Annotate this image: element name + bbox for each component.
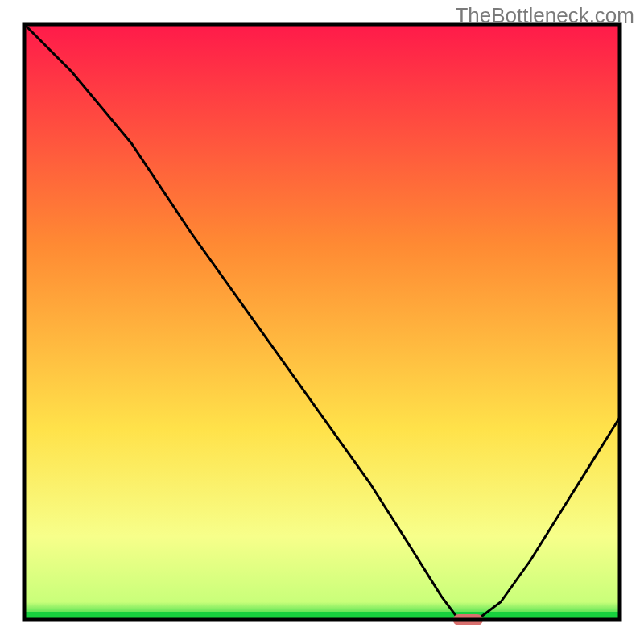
watermark-text: TheBottleneck.com [455, 3, 634, 28]
chart-canvas [0, 0, 644, 644]
gradient-plot-area [24, 24, 620, 620]
chart-frame: TheBottleneck.com [0, 0, 644, 644]
